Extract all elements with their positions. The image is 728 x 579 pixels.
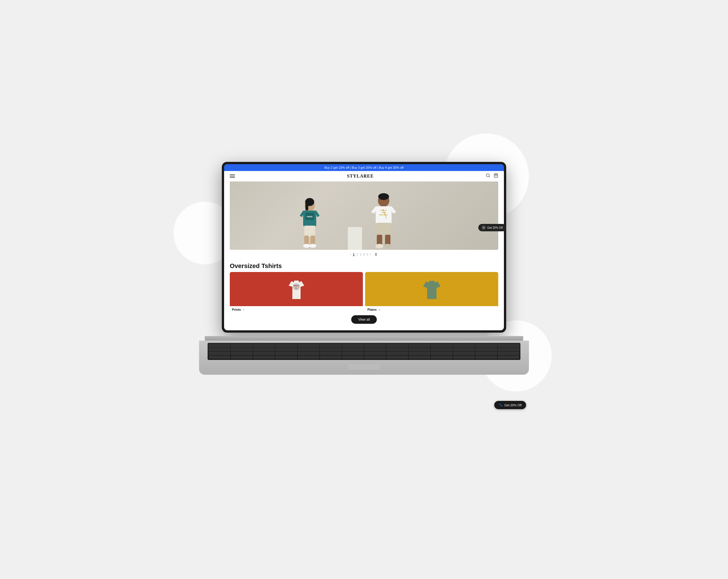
search-icon[interactable] (486, 173, 490, 179)
svg-point-17 (378, 193, 389, 200)
product-card-plains[interactable]: Plains → (365, 272, 498, 313)
key (453, 344, 475, 347)
key (320, 344, 341, 347)
tshirt-prints-icon: Marle G MG (287, 278, 306, 300)
svg-rect-11 (304, 226, 315, 237)
scene: Buy 2 get 10% off | Buy 3 get 20% off | … (182, 145, 546, 434)
key (253, 348, 275, 351)
hamburger-line-3 (230, 177, 235, 178)
keyboard (208, 343, 520, 360)
key (253, 356, 275, 359)
logo[interactable]: STYLAREE (347, 174, 374, 179)
trackpad (347, 363, 381, 370)
key (342, 344, 364, 347)
key (498, 352, 519, 355)
screen-bezel: Buy 2 get 10% off | Buy 3 get 20% off | … (222, 162, 506, 333)
product-grid: Marle G MG Prints → (224, 272, 504, 313)
key (298, 344, 319, 347)
key (231, 348, 253, 351)
key (275, 352, 297, 355)
key (498, 344, 519, 347)
svg-text:YOUR: YOUR (382, 212, 386, 213)
key (364, 352, 386, 355)
announcement-bar: Buy 2 get 10% off | Buy 3 get 20% off | … (224, 164, 504, 171)
slider-next[interactable]: › (370, 252, 371, 256)
key (387, 352, 408, 355)
key (342, 356, 364, 359)
key (475, 356, 497, 359)
key (475, 352, 497, 355)
hamburger-menu[interactable] (230, 174, 235, 178)
paw-icon: 🐾 (499, 403, 503, 407)
key (431, 348, 452, 351)
key (431, 352, 452, 355)
product-card-prints[interactable]: Marle G MG Prints → (230, 272, 363, 313)
slide-dot-2[interactable]: 2 (356, 253, 358, 256)
prints-link[interactable]: Prints → (232, 308, 245, 311)
key (231, 344, 253, 347)
key (409, 352, 430, 355)
key (387, 348, 408, 351)
key (498, 356, 519, 359)
slide-dot-4[interactable]: 4 (363, 253, 365, 256)
key (453, 352, 475, 355)
tshirt-plains-icon (422, 279, 441, 300)
keyboard-area (199, 341, 529, 375)
slider-prev[interactable]: ‹ (350, 252, 351, 256)
product-label-prints[interactable]: Prints → (230, 306, 363, 313)
key (409, 356, 430, 359)
svg-text:BENA RENA: BENA RENA (379, 214, 388, 216)
plains-link[interactable]: Plains → (367, 308, 381, 311)
key (275, 356, 297, 359)
hero-slider: PAWS (230, 181, 498, 259)
key (364, 348, 386, 351)
key (275, 344, 297, 347)
svg-line-1 (489, 176, 490, 177)
view-all-button[interactable]: View all (351, 315, 376, 324)
slide-dot-3[interactable]: 3 (360, 253, 361, 256)
svg-point-14 (303, 244, 310, 248)
discount-popup-top[interactable]: × Get 20% Off (478, 224, 506, 231)
hamburger-line-1 (230, 174, 235, 175)
nav-icons (486, 173, 498, 179)
product-label-plains[interactable]: Plains → (365, 306, 498, 313)
laptop: Buy 2 get 10% off | Buy 3 get 20% off | … (205, 162, 523, 434)
svg-text:Marle G: Marle G (293, 285, 298, 286)
key (453, 348, 475, 351)
key (209, 344, 230, 347)
key (364, 356, 386, 359)
svg-point-0 (486, 174, 489, 177)
slider-pause[interactable]: ⏸ (374, 252, 378, 257)
get-discount-label-top: Get 20% Off (487, 226, 503, 229)
svg-text:MG: MG (295, 287, 297, 289)
key (298, 348, 319, 351)
cart-icon[interactable] (494, 173, 498, 179)
key (475, 344, 497, 347)
section-title: Oversized Tshirts (224, 259, 504, 272)
slide-dot-1[interactable]: 1 (353, 253, 355, 256)
view-all-container: View all (224, 313, 504, 326)
key (475, 348, 497, 351)
key (298, 356, 319, 359)
svg-point-29 (384, 244, 392, 248)
pedestal (348, 227, 362, 250)
screen-content: Buy 2 get 10% off | Buy 3 get 20% off | … (224, 164, 504, 330)
svg-point-28 (375, 244, 383, 248)
key (275, 348, 297, 351)
key (364, 344, 386, 347)
key (387, 344, 408, 347)
slider-controls: ‹ 1 2 3 4 5 › ⏸ (230, 250, 498, 259)
key (209, 356, 230, 359)
svg-point-31 (293, 283, 300, 290)
nav: STYLAREE (224, 171, 504, 181)
slide-dot-5[interactable]: 5 (367, 253, 368, 256)
discount-popup-bottom[interactable]: 🐾 Get 20% Off (494, 401, 526, 409)
announcement-text: Buy 2 get 10% off | Buy 3 get 20% off | … (324, 166, 404, 169)
key (387, 356, 408, 359)
key (453, 356, 475, 359)
hero-image: PAWS (230, 181, 498, 250)
get-discount-label-bottom: Get 20% Off (504, 403, 522, 407)
close-icon[interactable]: × (482, 226, 486, 230)
svg-marker-34 (423, 281, 441, 299)
key (320, 356, 341, 359)
